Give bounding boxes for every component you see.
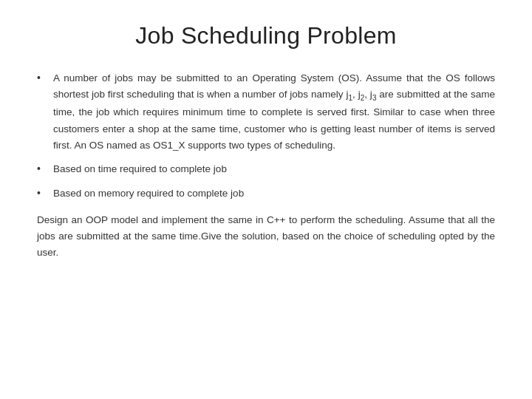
- bullet-item-3: • Based on memory required to complete j…: [37, 185, 495, 202]
- bullet-dot-3: •: [37, 185, 47, 199]
- slide: Job Scheduling Problem • A number of job…: [0, 0, 532, 399]
- bullet-item-2: • Based on time required to complete job: [37, 161, 495, 177]
- bullet-text-2: Based on time required to complete job: [53, 161, 227, 177]
- bullet-dot-1: •: [37, 70, 47, 83]
- design-paragraph: Design an OOP model and implement the sa…: [37, 212, 495, 262]
- bullet-dot-2: •: [37, 161, 47, 174]
- bullet-text-1: A number of jobs may be submitted to an …: [53, 70, 495, 154]
- bullet-text-3: Based on memory required to complete job: [53, 185, 244, 202]
- bullet-item-1: • A number of jobs may be submitted to a…: [37, 70, 495, 154]
- slide-content: • A number of jobs may be submitted to a…: [37, 70, 495, 377]
- slide-title: Job Scheduling Problem: [37, 22, 495, 50]
